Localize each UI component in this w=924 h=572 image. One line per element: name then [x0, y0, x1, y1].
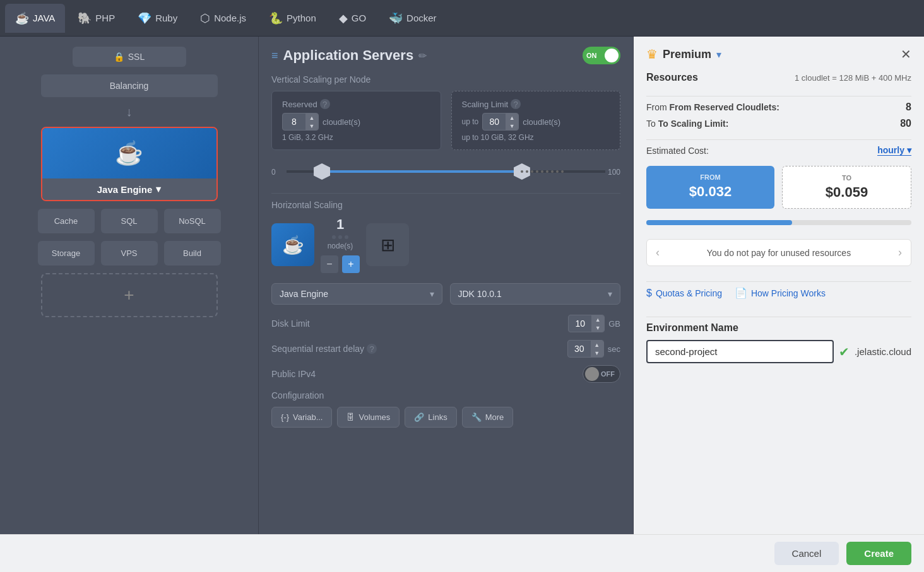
resources-label: Resources [646, 72, 698, 83]
scaling-step-down[interactable]: ▼ [506, 122, 518, 130]
cancel-button[interactable]: Cancel [774, 542, 839, 565]
divider-1 [271, 193, 620, 194]
php-icon: 🐘 [78, 11, 92, 25]
banner-prev-button[interactable]: ‹ [656, 246, 660, 259]
ssl-button[interactable]: 🔒 SSL [73, 47, 186, 67]
reserved-box: Reserved ? ▲ ▼ cloudlet(s) 1 GiB, 3.2 GH… [271, 91, 441, 150]
close-button[interactable]: ✕ [901, 47, 911, 62]
scaling-limit-stepper[interactable]: ▲ ▼ [482, 113, 519, 131]
restart-delay-value: ▲ ▼ sec [567, 340, 620, 358]
reserved-input[interactable] [283, 114, 305, 129]
nodejs-icon: ⬡ [200, 11, 210, 25]
app-servers-toggle[interactable]: ON [583, 47, 620, 64]
tab-docker[interactable]: 🐳 Docker [379, 4, 447, 33]
restart-input[interactable] [568, 341, 591, 356]
python-icon: 🐍 [269, 11, 283, 25]
version-dropdown[interactable]: JDK 10.0.1 ▾ [450, 283, 621, 305]
right-divider-1 [646, 96, 911, 96]
go-icon: ◆ [339, 11, 348, 25]
middle-panel: ≡ Application Servers ✏ ON Vertical Scal… [259, 37, 634, 534]
tab-python[interactable]: 🐍 Python [259, 4, 326, 33]
reserved-help-icon[interactable]: ? [320, 99, 330, 109]
reserved-step-down[interactable]: ▼ [305, 122, 318, 130]
cache-button[interactable]: Cache [38, 209, 95, 233]
toolbar-variables-button[interactable]: {-} Variab... [271, 407, 332, 428]
disk-step-up[interactable]: ▲ [591, 315, 604, 324]
restart-stepper[interactable]: ▲ ▼ [567, 340, 604, 358]
vps-button[interactable]: VPS [101, 241, 158, 266]
dropdowns-row: Java Engine ▾ JDK 10.0.1 ▾ [271, 283, 620, 305]
node-card-active[interactable]: ☕ [271, 223, 314, 266]
public-ipv4-label: Public IPv4 [271, 369, 583, 379]
price-from-box: FROM $0.032 [646, 166, 774, 209]
storage-button[interactable]: Storage [38, 241, 95, 266]
restart-step-up[interactable]: ▲ [591, 341, 603, 349]
header-left: ≡ Application Servers ✏ [271, 47, 576, 64]
to-scaling-value: 80 [900, 118, 911, 129]
java-icon: ☕ [15, 11, 29, 25]
hourly-dropdown[interactable]: hourly ▾ [877, 145, 911, 156]
java-engine-card[interactable]: ☕ Java Engine ▾ [41, 127, 218, 201]
create-button[interactable]: Create [846, 542, 911, 565]
banner-next-button[interactable]: › [898, 246, 902, 259]
scaling-limit-help-icon[interactable]: ? [511, 99, 521, 109]
tab-ruby[interactable]: 💎 Ruby [127, 4, 187, 33]
footer: Cancel Create [0, 534, 924, 572]
pricing-slider-fill [646, 220, 792, 225]
disk-input[interactable] [569, 316, 591, 331]
more-icon: 🔧 [471, 412, 482, 422]
toolbar-row: {-} Variab... 🗄 Volumes 🔗 Links 🔧 More [271, 407, 620, 428]
price-to-value: $0.059 [793, 184, 901, 201]
unused-banner: ‹ You do not pay for unused resources › [646, 239, 911, 266]
node-decrement-button[interactable]: − [321, 255, 338, 273]
env-name-input[interactable] [646, 340, 834, 363]
slider-thumb-left[interactable] [314, 163, 330, 180]
scaling-limit-input[interactable] [483, 114, 506, 129]
nosql-button[interactable]: NoSQL [164, 209, 221, 233]
scaling-row: Reserved ? ▲ ▼ cloudlet(s) 1 GiB, 3.2 GH… [271, 91, 620, 150]
tab-java[interactable]: ☕ JAVA [5, 4, 65, 33]
links-icon: 🔗 [414, 412, 424, 422]
sql-button[interactable]: SQL [101, 209, 158, 233]
price-from-value: $0.032 [656, 184, 764, 200]
java-engine-label-row: Java Engine ▾ [42, 178, 216, 200]
scaling-step-up[interactable]: ▲ [506, 114, 518, 122]
toggle-knob [605, 49, 619, 62]
how-pricing-link[interactable]: 📄 How Pricing Works [735, 287, 826, 299]
reserved-stepper[interactable]: ▲ ▼ [282, 113, 319, 131]
disk-limit-value: ▲ ▼ GB [568, 315, 620, 332]
toolbar-links-button[interactable]: 🔗 Links [405, 407, 456, 428]
links-row: $ Quotas & Pricing 📄 How Pricing Works [646, 287, 911, 299]
slider-track-area[interactable] [276, 160, 615, 183]
reserved-step-up[interactable]: ▲ [305, 114, 318, 122]
quotas-pricing-link[interactable]: $ Quotas & Pricing [646, 287, 722, 299]
tab-php[interactable]: 🐘 PHP [68, 4, 125, 33]
toolbar-volumes-button[interactable]: 🗄 Volumes [337, 407, 400, 428]
configuration-label: Configuration [271, 390, 620, 400]
java-coffee-icon: ☕ [115, 140, 143, 166]
price-boxes: FROM $0.032 TO $0.059 [646, 166, 911, 209]
to-scaling-key: To To Scaling Limit: [646, 119, 728, 129]
node-card-inactive[interactable]: ⊞ [366, 223, 409, 266]
scaling-step-btns: ▲ ▼ [506, 114, 518, 130]
engine-dropdown[interactable]: Java Engine ▾ [271, 283, 442, 305]
disk-step-down[interactable]: ▼ [591, 324, 604, 332]
restart-step-down[interactable]: ▼ [591, 349, 603, 357]
restart-help-icon[interactable]: ? [367, 344, 377, 354]
build-button[interactable]: Build [164, 241, 221, 266]
tab-go[interactable]: ◆ GO [329, 4, 376, 33]
section-title: Application Servers [283, 47, 414, 64]
reserved-title: Reserved ? [282, 99, 430, 109]
add-layer-button[interactable]: + [41, 273, 218, 317]
pricing-slider-area[interactable] [646, 216, 911, 229]
disk-stepper[interactable]: ▲ ▼ [568, 315, 605, 332]
from-reserved-key: From From Reserved Cloudlets: [646, 102, 779, 112]
premium-dropdown-arrow[interactable]: ▾ [716, 49, 721, 61]
public-ipv4-toggle[interactable]: OFF [583, 365, 620, 383]
disk-limit-label: Disk Limit [271, 318, 568, 329]
tab-nodejs[interactable]: ⬡ Node.js [190, 4, 256, 33]
node-increment-button[interactable]: + [342, 255, 360, 273]
toolbar-more-button[interactable]: 🔧 More [462, 407, 514, 428]
balancing-button[interactable]: Balancing [41, 74, 218, 97]
edit-icon[interactable]: ✏ [418, 50, 427, 62]
